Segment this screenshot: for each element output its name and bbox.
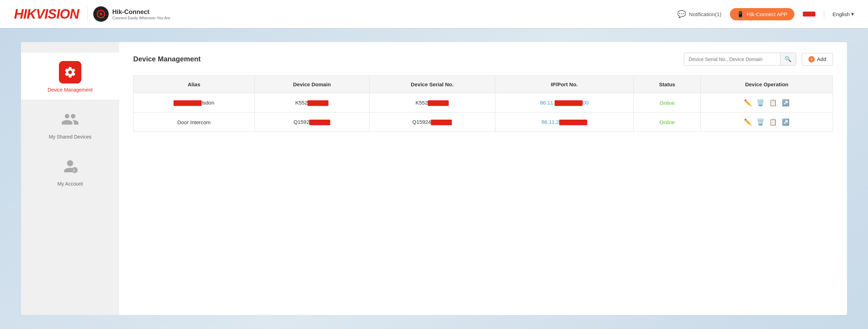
- hik-connect-name: Hik-Connect: [112, 8, 170, 16]
- svg-text:i: i: [73, 168, 75, 173]
- device-management-icon-box: [59, 61, 81, 83]
- my-account-icon: i: [59, 155, 81, 177]
- page-title: Device Management: [133, 55, 678, 63]
- hik-connect-icon: [93, 6, 109, 22]
- col-operation: Device Operation: [701, 76, 833, 93]
- main-content: Device Management 🔍 + Add Alias Device D…: [119, 42, 847, 315]
- row2-status: Online: [633, 113, 700, 132]
- table-header-row: Alias Device Domain Device Serial No. IP…: [134, 76, 833, 93]
- row2-share-icon[interactable]: ↗️: [782, 118, 789, 126]
- sidebar-item-my-shared-devices[interactable]: My Shared Devices: [21, 100, 119, 147]
- header-divider: [824, 11, 824, 18]
- notification-icon: 💬: [677, 10, 686, 18]
- hik-connect-icon-inner: [97, 10, 105, 18]
- add-button-label: Add: [817, 56, 826, 62]
- col-device-domain: Device Domain: [255, 76, 369, 93]
- row2-ip-redacted: [559, 120, 587, 125]
- sidebar-item-device-management[interactable]: Device Management: [21, 53, 119, 100]
- sidebar: Device Management My Shared Devices i My…: [21, 42, 119, 315]
- row2-edit-icon[interactable]: ✏️: [744, 118, 752, 126]
- row2-ip: 86.11.2: [495, 113, 633, 132]
- row1-status: Online: [633, 93, 700, 113]
- search-input[interactable]: [684, 54, 780, 65]
- row2-alias: Door Intercom: [134, 113, 255, 132]
- gear-icon: [64, 66, 76, 79]
- row1-ip-link[interactable]: 86.11. 00: [540, 100, 588, 106]
- row1-op-icons: ✏️ 🗑️ 📋 ↗️: [708, 99, 826, 107]
- sidebar-item-device-management-label: Device Management: [48, 87, 93, 93]
- row1-alias: lsdon: [134, 93, 255, 113]
- table-row: Door Intercom Q1592 Q15924 86.11.2: [134, 113, 833, 132]
- app-header: HIKVISION Hik-Connect Connect Easily Whe…: [0, 0, 868, 28]
- search-box: 🔍: [684, 53, 796, 66]
- table-row: lsdon K552 K552 86.11. 00 Online: [134, 93, 833, 113]
- shared-devices-icon: [59, 108, 81, 130]
- row1-serial: K552: [369, 93, 495, 113]
- row1-device-domain: K552: [255, 93, 369, 113]
- shared-devices-svg-icon: [61, 110, 79, 128]
- row2-status-badge: Online: [659, 119, 674, 125]
- row1-delete-icon[interactable]: 🗑️: [757, 99, 764, 107]
- chevron-down-icon: ▾: [851, 11, 854, 17]
- hik-connect-app-button[interactable]: 📱 Hik-Connect APP: [730, 8, 794, 20]
- device-table: Alias Device Domain Device Serial No. IP…: [133, 75, 833, 132]
- row2-copy-icon[interactable]: 📋: [769, 118, 777, 126]
- row2-serial: Q15924: [369, 113, 495, 132]
- user-avatar[interactable]: [803, 12, 815, 16]
- row1-alias-redacted: [174, 100, 202, 106]
- content-header: Device Management 🔍 + Add: [133, 53, 833, 66]
- my-account-svg-icon: i: [61, 157, 79, 175]
- row1-status-badge: Online: [659, 100, 674, 106]
- table-body: lsdon K552 K552 86.11. 00 Online: [134, 93, 833, 132]
- row1-serial-redacted: [428, 100, 449, 106]
- tablet-icon: 📱: [737, 11, 744, 18]
- plus-icon: +: [808, 56, 815, 62]
- hik-connect-text: Hik-Connect Connect Easily Wherever You …: [112, 8, 170, 20]
- row1-domain-redacted: [307, 100, 328, 106]
- row2-op-icons: ✏️ 🗑️ 📋 ↗️: [708, 118, 826, 126]
- row2-domain-redacted: [309, 120, 330, 125]
- col-serial: Device Serial No.: [369, 76, 495, 93]
- row2-ip-link[interactable]: 86.11.2: [542, 119, 587, 125]
- hikvision-logo: HIKVISION: [14, 7, 79, 22]
- main-container: Device Management My Shared Devices i My…: [0, 28, 868, 329]
- hik-connect-logo: Hik-Connect Connect Easily Wherever You …: [87, 6, 170, 22]
- row1-edit-icon[interactable]: ✏️: [744, 99, 752, 107]
- header-right: 💬 Notification(1) 📱 Hik-Connect APP Engl…: [677, 8, 854, 20]
- hik-connect-app-label: Hik-Connect APP: [747, 11, 787, 17]
- col-status: Status: [633, 76, 700, 93]
- notification-label: Notification(1): [689, 11, 721, 17]
- language-label: English: [833, 11, 850, 17]
- col-ip: IP/Port No.: [495, 76, 633, 93]
- table-header: Alias Device Domain Device Serial No. IP…: [134, 76, 833, 93]
- sidebar-item-my-account[interactable]: i My Account: [21, 147, 119, 194]
- notification-button[interactable]: 💬 Notification(1): [677, 10, 721, 18]
- hik-connect-subtitle: Connect Easily Wherever You Are: [112, 16, 170, 20]
- row1-share-icon[interactable]: ↗️: [782, 99, 789, 107]
- col-alias: Alias: [134, 76, 255, 93]
- row1-ip-redacted: [555, 100, 583, 106]
- search-button[interactable]: 🔍: [780, 53, 796, 65]
- row1-operations: ✏️ 🗑️ 📋 ↗️: [701, 93, 833, 113]
- row2-device-domain: Q1592: [255, 113, 369, 132]
- sidebar-item-my-account-label: My Account: [57, 181, 83, 187]
- search-icon: 🔍: [785, 56, 792, 62]
- svg-point-0: [72, 167, 77, 173]
- row2-serial-redacted: [431, 120, 452, 125]
- row2-operations: ✏️ 🗑️ 📋 ↗️: [701, 113, 833, 132]
- sidebar-item-my-shared-devices-label: My Shared Devices: [49, 134, 91, 140]
- logo-group: HIKVISION Hik-Connect Connect Easily Whe…: [14, 6, 170, 22]
- row1-ip: 86.11. 00: [495, 93, 633, 113]
- row2-delete-icon[interactable]: 🗑️: [757, 118, 764, 126]
- language-selector[interactable]: English ▾: [833, 11, 854, 17]
- row1-copy-icon[interactable]: 📋: [769, 99, 777, 107]
- add-device-button[interactable]: + Add: [802, 53, 833, 66]
- hikvision-logo-text: HIKVISION: [14, 7, 79, 21]
